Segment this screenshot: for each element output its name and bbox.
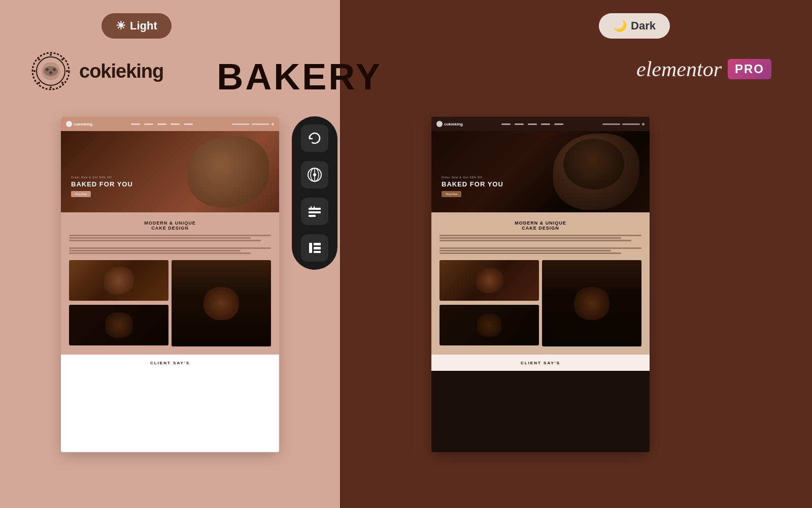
wordpress-icon[interactable] [301,161,328,188]
grid-img-1 [69,260,168,301]
text-line [69,252,251,254]
phone-text-d1 [602,123,620,125]
mockup-logo-sm: cokieking [66,121,92,127]
mockup-content-dark: MODERN & UNIQUE CAKE DESIGN [431,212,650,355]
phone-text-1 [232,123,250,125]
nav-dot [272,123,274,125]
text-line [69,235,271,236]
order-now-dark: Order Now & Get 50% Off [442,176,503,179]
text-line [69,250,241,251]
baked-for-you-light: BAKED FOR YOU [71,181,133,188]
svg-point-11 [38,58,40,60]
text-lines-dark-1 [439,235,641,241]
nav-link-5 [184,123,193,125]
grid-img-right [172,260,271,346]
grid-img-d1 [439,260,539,301]
elementor-icon[interactable] [301,234,328,262]
svg-point-5 [53,68,56,71]
nav-dot-dark [642,123,645,125]
section-title-light: MODERN & UNIQUE CAKE DESIGN [69,220,271,231]
phone-text-d2 [622,123,640,125]
baked-for-you-dark: BAKED FOR YOU [442,181,503,188]
nav-link-4 [171,123,180,125]
mockup-logo-sm-dark: cokieking [436,121,463,127]
refresh-icon[interactable] [301,124,328,152]
plugin-icon[interactable] [301,198,328,225]
mockup-hero-dark: Order Now & Get 50% Off BAKED FOR YOU Sh… [431,131,650,212]
elementor-text: elementor [636,57,722,81]
svg-point-13 [38,82,40,84]
svg-point-6 [49,71,52,74]
svg-point-8 [50,86,52,88]
mockup-nav-right-light [232,123,274,125]
right-panel: 🌙 Dark elementor PRO cokieking [340,0,812,508]
light-mockup: cokieking Order Now & Get 50% Off BAKED … [61,117,279,452]
dark-mode-label: Dark [631,19,656,33]
clients-strip-light: CLIENT SAY'S [61,355,279,371]
svg-point-4 [46,68,49,71]
mockup-nav-links-light [131,123,193,125]
text-lines-1 [69,235,271,241]
text-line-d [439,250,611,251]
moon-icon: 🌙 [613,19,627,33]
section-title-dark: MODERN & UNIQUE CAKE DESIGN [439,220,641,231]
phone-text-2 [252,123,269,125]
clients-strip-dark: CLIENT SAY'S [431,355,650,371]
text-lines-dark-2 [439,247,641,254]
text-line-d [439,240,631,241]
svg-rect-27 [314,251,321,253]
cookie-logo-icon [30,51,71,91]
nav-link-d2 [515,123,524,125]
mockup-logo-text-light: cokieking [74,122,92,126]
svg-point-7 [50,54,52,56]
nav-link-2 [144,123,153,125]
cookie-image-dark-2 [563,139,624,189]
light-mode-button[interactable]: ☀ Light [101,13,172,39]
shop-btn-light: Shop Now [71,191,91,197]
panel-divider [340,0,341,508]
light-mode-label: Light [130,19,157,33]
svg-rect-20 [309,211,321,213]
image-grid-dark [439,260,641,346]
nav-link-d5 [554,123,563,125]
nav-link-1 [131,123,140,125]
clients-label-dark: CLIENT SAY'S [521,361,560,365]
mockup-nav-dark: cokieking [431,117,650,131]
mockup-logo-circle-dark [436,121,443,127]
dark-mockup: cokieking Order Now & Get 50% Off BAKED [431,117,650,452]
svg-rect-26 [314,247,321,249]
nav-link-d1 [501,123,511,125]
hero-text-light: Order Now & Get 50% Off BAKED FOR YOU Sh… [71,176,133,197]
dark-mode-button[interactable]: 🌙 Dark [599,13,670,39]
order-now-light: Order Now & Get 50% Off [71,176,133,179]
text-line-d [439,237,621,239]
nav-link-d3 [528,123,537,125]
text-line-d [439,252,621,254]
nav-link-3 [157,123,166,125]
center-pill [292,116,337,270]
left-panel: ☀ Light cokieking [0,0,340,508]
svg-rect-25 [314,243,321,245]
cookie-image-light [188,136,269,207]
mockup-logo-circle [66,121,72,127]
mockup-nav-right-dark [602,123,645,125]
hero-text-dark: Order Now & Get 50% Off BAKED FOR YOU Sh… [442,176,503,197]
svg-point-10 [66,70,68,72]
svg-rect-24 [309,243,312,253]
shop-btn-dark: Shop Now [442,191,461,197]
sun-icon: ☀ [116,19,126,33]
elementor-area: elementor PRO [636,57,771,81]
grid-img-d3 [439,305,539,345]
text-lines-2 [69,247,271,254]
text-line [69,240,261,241]
mockup-logo-text-dark: cokieking [444,122,463,126]
grid-img-d-right [542,260,641,346]
brand-name-left: cokieking [79,60,163,82]
mockup-nav-light: cokieking [61,117,279,131]
text-line-d [439,235,641,236]
grid-img-3 [69,305,168,345]
mockup-nav-links-dark [501,123,563,125]
clients-label-light: CLIENT SAY'S [150,361,190,365]
nav-link-d4 [541,123,550,125]
svg-point-12 [61,58,63,60]
